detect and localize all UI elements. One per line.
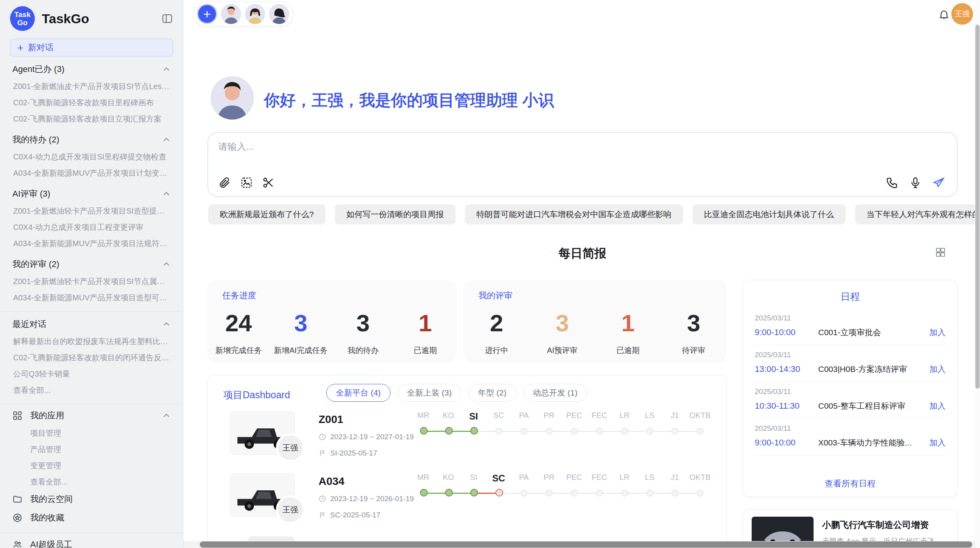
- image-icon[interactable]: [240, 176, 253, 189]
- milestone-dot: [571, 490, 578, 497]
- list-item[interactable]: C02-飞腾新能源轻客改款项目立项汇报方案: [0, 111, 183, 127]
- section-title: 我的待办 (2): [12, 134, 59, 146]
- app-item-change-mgmt[interactable]: 变更管理: [0, 457, 183, 474]
- list-item[interactable]: C02-飞腾新能源轻客改款项目的闭环通告反馈情况: [0, 349, 183, 366]
- chevron-up-icon[interactable]: [162, 260, 171, 269]
- stat-value: 1: [418, 311, 432, 335]
- list-item[interactable]: 解释最新出台的欧盟报废车法规再生塑料比例被调至15%...: [0, 333, 183, 349]
- app-item-project-mgmt[interactable]: 项目管理: [0, 425, 183, 441]
- milestone-dot: [495, 428, 502, 435]
- milestone-dot: [546, 490, 553, 497]
- list-item[interactable]: C0X4-动力总成开发项目工程变更评审: [0, 219, 183, 235]
- section-ai-review[interactable]: AI评审 (3): [0, 185, 183, 203]
- taskgo-logo: Task Go: [10, 6, 35, 31]
- event-date: 2025/03/11: [755, 424, 946, 433]
- user-avatar[interactable]: 王强: [951, 3, 973, 25]
- phone-icon[interactable]: [886, 176, 899, 189]
- avatar[interactable]: [269, 4, 289, 24]
- view-all-apps[interactable]: 查看全部...: [0, 474, 183, 490]
- avatar[interactable]: [245, 4, 265, 24]
- paperclip-icon[interactable]: [218, 176, 231, 189]
- vertical-scrollbar[interactable]: [975, 0, 980, 548]
- list-item[interactable]: A034-全新新能源MUV产品开发项目造型可行性评审: [0, 289, 183, 306]
- horizontal-scrollbar[interactable]: [183, 541, 975, 548]
- sidebar-item-cloud-space[interactable]: 我的云空间: [0, 490, 183, 509]
- news-title: 小鹏飞行汽车制造公司增资: [822, 519, 949, 531]
- send-icon[interactable]: [932, 176, 945, 189]
- table-row[interactable]: 王强 A034 2023-12-19 ~ 2026-01-19 SC-2025-…: [208, 473, 726, 535]
- tab-new-body[interactable]: 全新上装 (3): [397, 384, 462, 402]
- suggestion-chip[interactable]: 当下年轻人对汽车外观有怎样的喜好趋势: [855, 204, 980, 224]
- sidebar-item-ai-super-staff[interactable]: AI超级员工: [0, 535, 183, 548]
- tab-powertrain[interactable]: 动总开发 (1): [523, 384, 588, 402]
- list-item[interactable]: A034-全新新能源MUV产品开发项目法规符合性评审: [0, 235, 183, 252]
- vertical-scrollbar-thumb[interactable]: [975, 25, 980, 389]
- app-item-product-mgmt[interactable]: 产品管理: [0, 441, 183, 457]
- event-name: C001-立项审批会: [813, 327, 929, 338]
- milestone-dot: [546, 428, 553, 435]
- join-button[interactable]: 加入: [929, 327, 946, 338]
- list-item[interactable]: 2025/03/11 9:00-10:00 C001-立项审批会 加入: [755, 308, 946, 345]
- stat-value: 3: [555, 311, 569, 335]
- sidebar-item-label: 我的应用: [30, 410, 162, 421]
- tab-new-platform[interactable]: 全新平台 (4): [326, 384, 391, 402]
- suggestion-chip[interactable]: 如何写一份清晰的项目周报: [335, 204, 456, 224]
- list-item[interactable]: Z001-全新燃油轻卡产品开发项目SI造型提交物评审: [0, 203, 183, 219]
- chevron-up-icon[interactable]: [162, 190, 171, 198]
- milestone-dot: [596, 490, 603, 497]
- list-item[interactable]: 公司Q3轻卡销量: [0, 366, 183, 382]
- view-all-chats[interactable]: 查看全部...: [0, 382, 183, 398]
- section-my-review[interactable]: 我的评审 (2): [0, 255, 183, 273]
- sidebar-collapse-icon[interactable]: [161, 13, 173, 24]
- suggestion-chip[interactable]: 特朗普可能对进口汽车增税会对中国车企造成哪些影响: [465, 204, 683, 224]
- new-session-button[interactable]: +: [197, 4, 217, 24]
- layout-grid-icon[interactable]: [935, 247, 946, 258]
- milestone-dot: [697, 490, 704, 497]
- section-agent-done[interactable]: Agent已办 (3): [0, 60, 183, 78]
- tab-year-model[interactable]: 年型 (2): [468, 384, 516, 402]
- list-item[interactable]: C0X4-动力总成开发项目SI里程碑提交物检查: [0, 149, 183, 165]
- list-item[interactable]: 2025/03/11 9:00-10:00 X003-车辆动力学性能验... 加…: [755, 419, 946, 456]
- section-my-todo[interactable]: 我的待办 (2): [0, 131, 183, 149]
- taskgo-app: Task Go TaskGo + 新对话 Agent已办 (3) Z001-全新…: [0, 0, 980, 548]
- chevron-up-icon[interactable]: [162, 320, 171, 329]
- list-item[interactable]: C02-飞腾新能源轻客改款项目里程碑画布: [0, 94, 183, 111]
- list-item[interactable]: Z001-全新燃油皮卡产品开发项目SI节点Lesson Learn报告: [0, 78, 183, 94]
- assistant-avatar: [211, 76, 254, 120]
- microphone-icon[interactable]: [909, 176, 922, 189]
- dashboard-title: 项目Dashboard: [223, 389, 290, 401]
- section-recent-chats[interactable]: 最近对话: [0, 315, 183, 333]
- avatar[interactable]: [221, 4, 241, 24]
- milestone-track: MR KO SI SC PA PR PEC FEC LR LS J1 OKTB: [411, 473, 716, 503]
- new-chat-button[interactable]: + 新对话: [10, 39, 173, 57]
- chat-input[interactable]: [218, 140, 838, 164]
- list-item[interactable]: A034-全新新能源MUV产品开发项目计划变更表编写: [0, 165, 183, 181]
- chevron-up-icon[interactable]: [162, 411, 171, 420]
- milestone-dot-done: [470, 427, 478, 435]
- chevron-up-icon[interactable]: [162, 135, 171, 144]
- join-button[interactable]: 加入: [929, 437, 946, 448]
- list-item[interactable]: 2025/03/11 13:00-14:30 C003|H0B-方案冻结评审 加…: [755, 345, 946, 382]
- list-item[interactable]: Z001-全新燃油轻卡产品开发项目SI节点属性5D文件评审: [0, 273, 183, 289]
- list-item[interactable]: 2025/03/11 10:30-11:30 C005-整车工程目标评审 加入: [755, 382, 946, 419]
- sidebar-item-favorites[interactable]: 我的收藏: [0, 509, 183, 527]
- suggestion-chip[interactable]: 欧洲新规最近颁布了什么?: [208, 204, 326, 224]
- view-all-schedule-link[interactable]: 查看所有日程: [755, 474, 946, 490]
- milestone-label: SC: [486, 411, 511, 422]
- horizontal-scrollbar-thumb[interactable]: [200, 541, 972, 548]
- scissors-icon[interactable]: [262, 176, 275, 189]
- milestone-dot: [672, 490, 678, 497]
- notification-bell-icon[interactable]: [938, 9, 950, 20]
- clock-icon: [319, 495, 326, 503]
- suggestion-chip[interactable]: 比亚迪全固态电池计划具体说了什么: [692, 204, 846, 224]
- join-button[interactable]: 加入: [929, 401, 946, 411]
- table-row[interactable]: 王强 Z001 2023-12-19 ~ 2027-01-19 SI-2025-…: [208, 411, 726, 473]
- milestone-label: PA: [511, 473, 536, 484]
- section-title: AI评审 (3): [12, 188, 50, 200]
- stat: 1已逾期: [394, 304, 456, 363]
- milestone-label: OKTB: [687, 411, 713, 422]
- sidebar-item-my-apps[interactable]: 我的应用: [0, 406, 183, 425]
- apps-grid-icon: [12, 411, 22, 421]
- join-button[interactable]: 加入: [929, 364, 946, 375]
- chevron-up-icon[interactable]: [162, 65, 171, 74]
